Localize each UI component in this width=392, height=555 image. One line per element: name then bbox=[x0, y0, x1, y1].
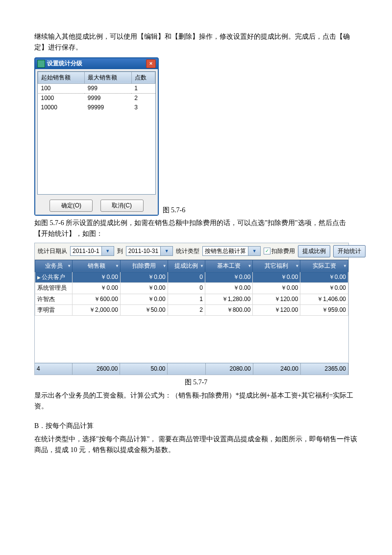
table-row[interactable]: 李明雷￥2,000.00￥50.002￥800.00￥120.00￥959.00 bbox=[35, 304, 348, 315]
col-agent[interactable]: 业务员▼ bbox=[35, 260, 73, 272]
section-b-heading: B．按每个商品计算 bbox=[34, 421, 358, 431]
filter-icon: ▼ bbox=[343, 263, 347, 269]
checkbox-icon: ✓ bbox=[264, 248, 270, 254]
table-row[interactable]: 许智杰￥600.00￥0.001￥1,280.00￥120.00￥1,406.0… bbox=[35, 294, 348, 304]
col-base[interactable]: 基本工资▼ bbox=[205, 260, 253, 272]
dialog-stat-levels: 设置统计分级 × 起始销售额 最大销售额 点数 100 999 1 bbox=[34, 57, 159, 216]
chevron-down-icon: ▼ bbox=[101, 247, 114, 255]
filter-icon: ▼ bbox=[163, 263, 167, 269]
label-date-from: 统计日期从 bbox=[38, 247, 67, 256]
dialog-titlebar: 设置统计分级 × bbox=[35, 58, 158, 69]
label-stat-type: 统计类型 bbox=[176, 247, 199, 256]
paragraph-4: 在统计类型中，选择"按每个商品计算"， 需要在商品管理中设置商品提成金额，如图所… bbox=[34, 434, 358, 456]
stats-panel: 统计日期从 2011-10-1 ▼ 到 2011-10-31 ▼ 统计类型 按销… bbox=[34, 243, 349, 375]
figure-label-1: 图 5.7-6 bbox=[163, 205, 186, 216]
row-indicator-icon: ▶ bbox=[37, 275, 41, 280]
chevron-down-icon: ▼ bbox=[160, 247, 172, 255]
col-sales[interactable]: 销售额▼ bbox=[73, 260, 121, 272]
stats-toolbar: 统计日期从 2011-10-1 ▼ 到 2011-10-31 ▼ 统计类型 按销… bbox=[35, 243, 348, 260]
levels-table: 起始销售额 最大销售额 点数 100 999 1 1000 9999 bbox=[38, 72, 155, 113]
stats-grid: 业务员▼ 销售额▼ 扣除费用▼ 提成比例▼ 基本工资▼ 其它福利▼ 实际工资▼ … bbox=[35, 260, 348, 316]
ok-button[interactable]: 确定(O) bbox=[49, 200, 93, 212]
start-stats-button[interactable]: 开始统计 bbox=[333, 245, 366, 257]
col-actual[interactable]: 实际工资▼ bbox=[300, 260, 348, 272]
deduct-fee-checkbox[interactable]: ✓ 扣除费用 bbox=[264, 247, 295, 256]
commission-ratio-button[interactable]: 提成比例 bbox=[298, 245, 330, 257]
filter-icon: ▼ bbox=[295, 263, 299, 269]
filter-icon: ▼ bbox=[200, 263, 204, 269]
col-welfare[interactable]: 其它福利▼ bbox=[253, 260, 300, 272]
figure-label-2: 图 5.7-7 bbox=[34, 377, 358, 388]
col-points[interactable]: 点数 bbox=[131, 72, 155, 83]
paragraph-3: 显示出各个业务员的工资金额。计算公式为：（销售额-扣除费用）*提成比例+基本工资… bbox=[34, 390, 358, 412]
filter-icon: ▼ bbox=[115, 263, 119, 269]
close-icon[interactable]: × bbox=[146, 59, 156, 68]
cancel-button[interactable]: 取消(C) bbox=[100, 200, 144, 212]
col-start[interactable]: 起始销售额 bbox=[38, 72, 85, 83]
chevron-down-icon: ▼ bbox=[248, 247, 260, 255]
app-icon bbox=[37, 60, 45, 68]
dialog-title-text: 设置统计分级 bbox=[47, 59, 82, 68]
filter-icon: ▼ bbox=[247, 263, 251, 269]
table-row[interactable]: 100 999 1 bbox=[38, 83, 155, 93]
paragraph-2: 如图 5.7-6 所示设置的提成比例，如需在销售总额中扣除费用的话，可以点选"扣… bbox=[34, 218, 358, 240]
col-deduct[interactable]: 扣除费用▼ bbox=[120, 260, 168, 272]
stat-type-select[interactable]: 按销售总额计算 ▼ bbox=[202, 246, 261, 256]
filter-icon: ▼ bbox=[67, 263, 71, 269]
table-row[interactable]: 系统管理员￥0.00￥0.000￥0.00￥0.00￥0.00 bbox=[35, 283, 348, 294]
paragraph-1: 继续输入其他提成比例，可以使用【编辑】和【删除】操作，修改设置好的提成比例。完成… bbox=[34, 31, 358, 53]
date-to-field[interactable]: 2011-10-31 ▼ bbox=[126, 246, 173, 256]
table-row[interactable]: 10000 99999 3 bbox=[38, 103, 155, 112]
levels-table-wrap: 起始销售额 最大销售额 点数 100 999 1 1000 9999 bbox=[37, 71, 156, 195]
col-max[interactable]: 最大销售额 bbox=[85, 72, 131, 83]
table-row[interactable]: ▶公共客户￥0.00￥0.000￥0.00￥0.00￥0.00 bbox=[35, 272, 348, 283]
stats-footer: 4 2600.00 50.00 2080.00 240.00 2365.00 bbox=[35, 363, 348, 375]
col-ratio[interactable]: 提成比例▼ bbox=[168, 260, 205, 272]
date-from-field[interactable]: 2011-10-1 ▼ bbox=[70, 246, 114, 256]
table-row[interactable]: 1000 9999 2 bbox=[38, 94, 155, 103]
label-to: 到 bbox=[117, 247, 123, 256]
